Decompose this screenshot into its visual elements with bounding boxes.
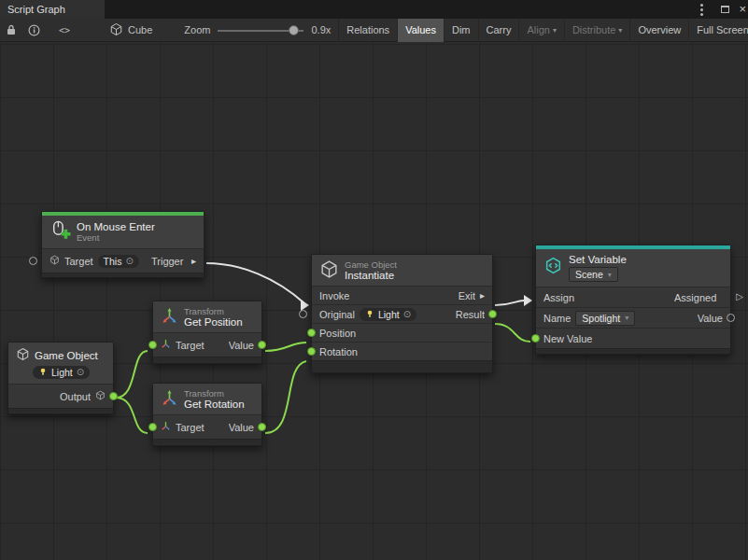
node-subtitle: Event <box>77 232 155 243</box>
rotation-label: Rotation <box>319 346 358 357</box>
node-on-mouse-enter[interactable]: On Mouse Enter Event Target This ⊙ Trigg… <box>41 211 205 278</box>
node-title: Game Object <box>35 350 106 361</box>
node-category: Transform <box>184 388 253 399</box>
node-title: On Mouse Enter <box>77 221 155 232</box>
lock-icon[interactable] <box>0 19 22 42</box>
toolbar-button-fullscreen[interactable]: Full Screen <box>688 19 748 42</box>
node-title: Instantiate <box>345 270 397 281</box>
exit-output-port[interactable]: ▸ <box>480 291 485 301</box>
light-icon <box>38 367 48 378</box>
node-category: Game Object <box>345 259 397 270</box>
value-label: Value <box>229 422 254 433</box>
light-value-chip[interactable]: Light ⊙ <box>33 366 90 379</box>
mouse-event-icon <box>49 220 71 244</box>
toolbar-button-values[interactable]: Values <box>397 19 444 42</box>
variable-name-dropdown[interactable]: Spotlight ▾ <box>575 311 635 326</box>
gameobject-type-icon <box>49 255 60 267</box>
gameobject-type-icon <box>95 390 106 402</box>
zoom-slider[interactable] <box>218 19 303 42</box>
object-picker-icon[interactable]: ⊙ <box>77 368 84 377</box>
transform-icon <box>161 307 178 327</box>
node-category: Transform <box>184 306 253 316</box>
chevron-down-icon: ▾ <box>608 271 612 279</box>
node-get-position[interactable]: Transform Get Position Target Value <box>152 301 262 364</box>
chevron-down-icon: ▾ <box>553 19 557 42</box>
new-value-label: New Value <box>543 333 592 344</box>
code-icon[interactable]: <> <box>53 19 76 42</box>
target-input-port[interactable] <box>148 341 157 349</box>
node-title: Get Rotation <box>184 399 253 410</box>
value-output-port[interactable] <box>258 341 266 349</box>
object-picker-icon[interactable]: ⊙ <box>125 257 133 266</box>
position-input-port[interactable] <box>307 329 316 337</box>
invoke-label: Invoke <box>319 290 349 301</box>
transform-type-icon <box>161 421 171 433</box>
output-port[interactable] <box>109 392 118 400</box>
toolbar-button-carry[interactable]: Carry <box>478 19 519 42</box>
toolbar-button-overview[interactable]: Overview <box>629 19 688 42</box>
target-input-port[interactable] <box>29 257 37 265</box>
chevron-down-icon: ▾ <box>618 19 622 42</box>
output-label: Output <box>60 391 91 402</box>
assign-label: Assign <box>543 292 574 303</box>
cube-icon <box>319 259 339 281</box>
toolbar-button-align[interactable]: Align▾ <box>518 19 563 42</box>
graph-toolbar: <> Cube Zoom 0.9x Relations Values Dim C… <box>0 19 748 42</box>
node-instantiate[interactable]: Game Object Instantiate Invoke Exit ▸ Or… <box>311 254 493 373</box>
node-set-variable[interactable]: Set Variable Scene ▾ Assign Assigned ▷ N… <box>535 245 731 355</box>
assigned-output-port[interactable]: ▷ <box>736 292 743 301</box>
cube-icon <box>109 22 123 38</box>
light-icon <box>365 309 374 320</box>
target-label: Target <box>176 340 205 351</box>
zoom-value: 0.9x <box>311 24 331 35</box>
toolbar-button-relations[interactable]: Relations <box>338 19 397 42</box>
toolbar-button-distribute[interactable]: Distribute▾ <box>564 19 629 42</box>
maximize-icon[interactable] <box>721 6 729 13</box>
object-picker-icon[interactable]: ⊙ <box>403 310 411 319</box>
exit-label: Exit <box>459 290 475 301</box>
this-value-chip[interactable]: This ⊙ <box>98 255 139 268</box>
result-label: Result <box>456 309 485 320</box>
zoom-label: Zoom <box>184 24 210 35</box>
target-label: Target <box>176 422 205 433</box>
trigger-label: Trigger <box>151 256 187 267</box>
transform-icon <box>161 389 178 409</box>
target-input-port[interactable] <box>148 423 157 431</box>
original-input-port[interactable] <box>299 310 307 318</box>
name-label: Name <box>543 313 571 324</box>
value-output-port[interactable] <box>258 423 266 431</box>
target-label: Target <box>64 256 93 267</box>
close-icon[interactable]: × <box>739 0 746 19</box>
value-label: Value <box>229 340 254 351</box>
node-get-rotation[interactable]: Transform Get Rotation Target Value <box>152 383 262 446</box>
graph-name[interactable]: Cube <box>109 22 152 38</box>
new-value-input-port[interactable] <box>531 334 540 343</box>
toolbar-button-dim[interactable]: Dim <box>444 19 478 42</box>
info-icon[interactable] <box>22 19 46 42</box>
rotation-input-port[interactable] <box>307 347 316 356</box>
original-label: Original <box>319 309 355 320</box>
assigned-label: Assigned <box>674 292 723 303</box>
node-title: Get Position <box>184 316 253 328</box>
transform-type-icon <box>161 339 171 351</box>
variable-icon <box>543 256 563 277</box>
scope-dropdown[interactable]: Scene ▾ <box>569 267 618 282</box>
value-label: Value <box>698 313 723 324</box>
tab-script-graph[interactable]: Script Graph <box>0 0 105 19</box>
node-title: Set Variable <box>569 254 627 265</box>
chevron-down-icon: ▾ <box>625 314 628 322</box>
position-label: Position <box>319 328 356 339</box>
result-output-port[interactable] <box>488 310 497 318</box>
tab-strip: Script Graph × <box>0 0 748 19</box>
trigger-output-port[interactable]: ▸ <box>191 257 196 266</box>
graph-name-label: Cube <box>128 24 152 35</box>
cube-icon <box>16 347 30 363</box>
light-value-chip[interactable]: Light ⊙ <box>360 308 416 321</box>
value-output-port[interactable] <box>727 314 735 322</box>
node-game-object-light[interactable]: Game Object Light ⊙ Output <box>7 342 114 414</box>
zoom-slider-handle[interactable] <box>289 25 299 35</box>
